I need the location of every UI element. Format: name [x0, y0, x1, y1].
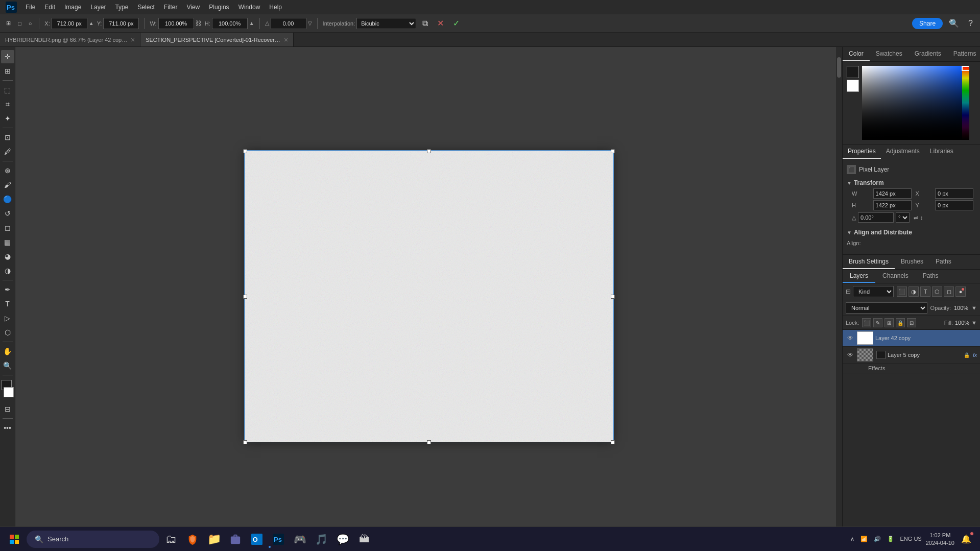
- brush-tool[interactable]: 🖌: [1, 178, 14, 191]
- crop-tool[interactable]: ⊡: [1, 131, 14, 144]
- rect-shape-btn[interactable]: □: [16, 19, 23, 28]
- tab-adjustments[interactable]: Adjustments: [881, 145, 925, 159]
- canvas-area[interactable]: ◁ ▷: [15, 47, 842, 546]
- align-section-header[interactable]: ▼ Align and Distribute: [847, 226, 976, 238]
- blend-mode-select[interactable]: Normal Multiply Screen Overlay: [846, 302, 927, 314]
- lock-position-icon[interactable]: ✎: [873, 318, 882, 327]
- marquee-tool[interactable]: ⬚: [1, 83, 14, 97]
- pen-tool[interactable]: ✒: [1, 283, 14, 296]
- taskbar-app-outlook[interactable]: O: [247, 530, 267, 549]
- tab-patterns[interactable]: Patterns: [947, 47, 980, 61]
- quick-mask-btn[interactable]: ⊟: [1, 402, 14, 416]
- taskbar-nature-btn[interactable]: 🏔: [354, 530, 374, 549]
- menu-filter[interactable]: Filter: [160, 2, 182, 13]
- zoom-tool[interactable]: 🔍: [1, 359, 14, 372]
- start-button[interactable]: [4, 529, 25, 549]
- subtab-paths[interactable]: Paths: [916, 270, 946, 283]
- taskbar-app-steam[interactable]: 🎮: [290, 530, 309, 549]
- angle-input[interactable]: [858, 212, 894, 223]
- move-tool-options[interactable]: ⊞: [4, 19, 13, 28]
- warp-icon-btn[interactable]: ⧉: [419, 18, 431, 29]
- taskbar-app-explorer[interactable]: 🗂: [161, 530, 181, 549]
- scroll-thumb[interactable]: [837, 57, 841, 78]
- taskbar-app-spotify[interactable]: 🎵: [312, 530, 331, 549]
- taskbar-app-ms-teams2[interactable]: 💬: [333, 530, 352, 549]
- layer-kind-select[interactable]: Kind: [853, 286, 894, 297]
- tab-brush-settings[interactable]: Brush Settings: [843, 255, 895, 269]
- tab-brushes[interactable]: Brushes: [895, 255, 929, 269]
- tab-properties[interactable]: Properties: [843, 145, 881, 159]
- handle-tl[interactable]: [243, 149, 247, 153]
- stamp-tool[interactable]: 🔵: [1, 193, 14, 206]
- tab-gradients[interactable]: Gradients: [909, 47, 947, 61]
- hue-bar[interactable]: [962, 66, 969, 140]
- handle-bm[interactable]: [427, 440, 431, 444]
- handle-bl[interactable]: [243, 440, 247, 444]
- menu-view[interactable]: View: [182, 2, 204, 13]
- tab-libraries[interactable]: Libraries: [925, 145, 959, 159]
- eyedropper-tool[interactable]: 🖉: [1, 145, 14, 158]
- move-tool[interactable]: ✛: [1, 50, 14, 63]
- taskbar-app-brave[interactable]: [183, 530, 202, 549]
- subtab-channels[interactable]: Channels: [875, 270, 916, 283]
- menu-plugins[interactable]: Plugins: [205, 2, 233, 13]
- menu-help[interactable]: Help: [265, 2, 286, 13]
- lock-pixels-icon[interactable]: ⬛: [862, 318, 871, 327]
- systray-battery[interactable]: 🔋: [885, 535, 896, 543]
- x-transform-input[interactable]: 0 px: [935, 188, 973, 199]
- width-transform-input[interactable]: 1424 px: [873, 188, 912, 199]
- handle-tm[interactable]: [427, 149, 431, 153]
- healing-brush-tool[interactable]: ⊛: [1, 164, 14, 177]
- x-position-input[interactable]: 712.00 px: [52, 18, 87, 29]
- systray-volume[interactable]: 🔊: [872, 535, 883, 543]
- tab-swatches[interactable]: Swatches: [870, 47, 909, 61]
- system-clock[interactable]: 1:02 PM 2024-04-10: [926, 532, 954, 546]
- ellipse-shape-btn[interactable]: ○: [27, 19, 34, 28]
- tab-close-active-icon[interactable]: ×: [284, 36, 288, 44]
- filter-active-indicator[interactable]: ●: [955, 286, 966, 297]
- magic-wand-tool[interactable]: ✦: [1, 112, 14, 125]
- color-spectrum[interactable]: [862, 66, 969, 140]
- layer-visibility-icon-42[interactable]: 👁: [846, 333, 855, 343]
- transform-section-header[interactable]: ▼ Transform: [847, 176, 976, 188]
- width-input[interactable]: 100.00%: [158, 18, 194, 29]
- background-color-swatch[interactable]: [847, 80, 859, 92]
- taskbar-app-teams[interactable]: [226, 530, 245, 549]
- taskbar-search[interactable]: 🔍 Search: [27, 531, 159, 548]
- fill-dropdown-icon[interactable]: ▼: [971, 320, 977, 326]
- foreground-color-swatch[interactable]: [847, 66, 859, 78]
- share-button[interactable]: Share: [912, 18, 943, 29]
- help-btn[interactable]: ?: [965, 18, 976, 29]
- type-tool[interactable]: T: [1, 297, 14, 310]
- confirm-transform-btn[interactable]: ✓: [450, 17, 463, 29]
- opacity-dropdown-icon[interactable]: ▼: [971, 305, 977, 311]
- menu-select[interactable]: Select: [133, 2, 158, 13]
- filter-shape-icon[interactable]: ⬡: [932, 286, 942, 297]
- cancel-transform-btn[interactable]: ✕: [434, 17, 447, 29]
- menu-image[interactable]: Image: [60, 2, 85, 13]
- search-btn[interactable]: 🔍: [946, 17, 962, 29]
- menu-edit[interactable]: Edit: [40, 2, 59, 13]
- tab-section-perspective[interactable]: SECTION_PERSPECTIVE [Converted]-01-Recov…: [140, 33, 294, 47]
- handle-tr[interactable]: [611, 149, 615, 153]
- y-transform-input[interactable]: 0 px: [935, 200, 973, 210]
- tab-paths[interactable]: Paths: [929, 255, 958, 269]
- height-transform-input[interactable]: 1422 px: [873, 200, 912, 210]
- tab-hybridrender[interactable]: HYBRIDRENDER.png @ 66.7% (Layer 42 copy,…: [0, 33, 140, 47]
- subtab-layers[interactable]: Layers: [843, 270, 875, 283]
- eraser-tool[interactable]: ◻: [1, 221, 14, 234]
- rotation-input[interactable]: [271, 18, 306, 29]
- layer-item-5-copy[interactable]: 👁 Layer 5 copy 🔒 fx: [843, 347, 980, 364]
- taskbar-app-photoshop[interactable]: Ps: [269, 530, 288, 549]
- handle-br[interactable]: [611, 440, 615, 444]
- lock-extra-icon[interactable]: ⊡: [907, 318, 916, 327]
- tab-color[interactable]: Color: [843, 47, 870, 61]
- language-indicator[interactable]: ENG US: [898, 535, 924, 543]
- more-tools-btn[interactable]: •••: [1, 421, 14, 435]
- dodge-tool[interactable]: ◑: [1, 264, 14, 277]
- history-brush-tool[interactable]: ↺: [1, 207, 14, 220]
- lasso-tool[interactable]: ⌗: [1, 98, 14, 111]
- menu-layer[interactable]: Layer: [86, 2, 110, 13]
- systray-chevron[interactable]: ∧: [848, 535, 856, 543]
- path-selection-tool[interactable]: ▷: [1, 312, 14, 325]
